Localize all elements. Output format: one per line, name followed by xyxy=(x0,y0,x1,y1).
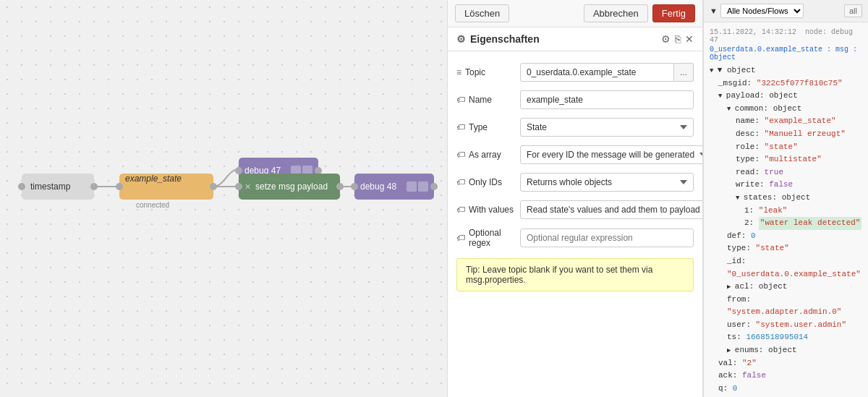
debug-panel: ▼ Alle Nodes/Flows all 15.11.2022, 14:32… xyxy=(703,0,868,397)
tree-desc: desc: "Manuell erzeugt" xyxy=(710,128,862,141)
as-array-label: 🏷 As array xyxy=(456,150,514,160)
node-debug48-input xyxy=(351,183,358,190)
tree-role: role: "state" xyxy=(710,141,862,154)
with-values-label: 🏷 With values xyxy=(456,205,514,215)
panel-icon-close[interactable]: ✕ xyxy=(685,33,694,45)
node-setze-label: setze msg payload xyxy=(255,182,328,192)
tree-ack: ack: false xyxy=(710,370,862,383)
node-example-state-labels: example_state xyxy=(125,174,182,200)
node-example-state-input xyxy=(116,183,123,190)
debug48-btn1[interactable] xyxy=(407,182,417,192)
form-row-name: 🏷 Name xyxy=(448,86,702,114)
node-example-state-label: example_state xyxy=(125,174,182,184)
toolbar-left: Löschen xyxy=(455,4,509,22)
tree-enums[interactable]: enums: object xyxy=(710,344,862,357)
tree-ts: ts: 1668518995014 xyxy=(710,331,862,344)
node-debug48-output xyxy=(430,183,438,190)
panel-icon-settings[interactable]: ⚙ xyxy=(661,33,671,45)
tip-box: Tip: Leave topic blank if you want to se… xyxy=(456,258,694,291)
topic-ellipsis-button[interactable]: ... xyxy=(674,63,694,82)
as-array-icon: 🏷 xyxy=(456,150,465,160)
node-debug48[interactable]: debug 48 xyxy=(354,174,434,200)
tree-from: from: "system.adapter.admin.0" xyxy=(710,294,862,319)
node-connected-label: connected xyxy=(136,201,169,209)
debug48-buttons xyxy=(405,182,428,192)
node-timestamp-input xyxy=(18,183,25,190)
tree-common[interactable]: common: object xyxy=(710,103,862,116)
debug-entry-47: 15.11.2022, 14:32:12 node: debug 47 0_us… xyxy=(704,25,868,397)
panel-title: Eigenschaften xyxy=(470,33,540,45)
debug48-btn2[interactable] xyxy=(418,182,428,192)
tree-def: def: 0 xyxy=(710,230,862,243)
form-row-only-ids: 🏷 Only IDs Returns whole objects Returns… xyxy=(448,168,702,196)
debug-filter: ▼ Alle Nodes/Flows xyxy=(710,4,804,18)
only-ids-icon: 🏷 xyxy=(456,177,465,187)
form-row-with-values: 🏷 With values Read state's values and ad… xyxy=(448,196,702,223)
debug-47-path: 0_userdata.0.example_state : msg : Objec… xyxy=(710,46,862,61)
with-values-select[interactable]: Read state's values and add them to payl… xyxy=(520,200,702,219)
node-canvas: timestamp example_state connected debug … xyxy=(0,0,447,397)
tree-q: q: 0 xyxy=(710,383,862,396)
topic-label: ≡ Topic xyxy=(456,67,514,77)
tree-state1: 1: "leak" xyxy=(710,205,862,218)
panel-body: ≡ Topic ... 🏷 Name 🏷 Type State xyxy=(448,51,702,397)
node-timestamp-output xyxy=(90,183,98,190)
debug-47-timestamp: 15.11.2022, 14:32:12 node: debug 47 xyxy=(710,28,862,44)
topic-icon: ≡ xyxy=(456,67,461,77)
panel-icon-copy[interactable]: ⎘ xyxy=(675,33,681,45)
optional-regex-label: 🏷 Optional regex xyxy=(456,228,514,248)
node-timestamp-label: timestamp xyxy=(30,182,70,192)
tree-acl[interactable]: acl: object xyxy=(710,281,862,294)
setze-icon: ✕ xyxy=(244,182,251,192)
form-row-optional-regex: 🏷 Optional regex xyxy=(448,223,702,252)
only-ids-select[interactable]: Returns whole objects Returns only IDs xyxy=(520,173,694,192)
tree-type: type: "multistate" xyxy=(710,153,862,166)
tree-name: name: "example_state" xyxy=(710,115,862,128)
node-setze-input xyxy=(235,183,242,190)
debug-filter-select[interactable]: Alle Nodes/Flows xyxy=(720,4,804,18)
tree-id: _id: "0_userdata.0.example_state" xyxy=(710,255,862,281)
debug-toolbar: ▼ Alle Nodes/Flows all xyxy=(704,0,868,22)
with-values-icon: 🏷 xyxy=(456,205,465,215)
topic-field-container: ... xyxy=(520,63,694,82)
node-example-state[interactable]: example_state xyxy=(119,174,213,200)
name-icon: 🏷 xyxy=(456,95,465,105)
tree-states[interactable]: states: object xyxy=(710,192,862,205)
panel-header-icons: ⚙ ⎘ ✕ xyxy=(661,33,694,45)
node-example-state-output xyxy=(210,183,217,190)
tree-user: user: "system.user.admin" xyxy=(710,319,862,332)
node-timestamp[interactable]: timestamp xyxy=(22,174,94,200)
form-row-as-array: 🏷 As array For every ID the message will… xyxy=(448,141,702,168)
fertig-button[interactable]: Fertig xyxy=(652,4,695,22)
panel-header: ⚙ Eigenschaften ⚙ ⎘ ✕ xyxy=(448,27,702,51)
form-row-type: 🏷 Type State Object Array xyxy=(448,114,702,141)
type-icon: 🏷 xyxy=(456,122,465,132)
node-setze-output xyxy=(336,183,344,190)
name-label: 🏷 Name xyxy=(456,95,514,105)
type-select[interactable]: State Object Array xyxy=(520,118,694,137)
tree-state2: 2: "water leak detected" xyxy=(710,217,862,230)
tree-payload[interactable]: payload: object xyxy=(710,90,862,103)
as-array-select[interactable]: For every ID the message will be generat… xyxy=(520,145,702,164)
tree-type2: type: "state" xyxy=(710,242,862,255)
optional-regex-input[interactable] xyxy=(520,229,694,247)
type-label: 🏷 Type xyxy=(456,122,514,132)
loeschen-button[interactable]: Löschen xyxy=(455,4,509,22)
only-ids-label: 🏷 Only IDs xyxy=(456,177,514,187)
debug-body: 15.11.2022, 14:32:12 node: debug 47 0_us… xyxy=(704,22,868,397)
filter-icon: ▼ xyxy=(710,7,718,15)
properties-panel: Löschen Abbrechen Fertig ⚙ Eigenschaften… xyxy=(447,0,703,397)
debug-47-tree: ▼ object _msgid: "322c5f077f810c75" payl… xyxy=(710,64,862,397)
tree-object[interactable]: ▼ object xyxy=(710,64,862,77)
abbrechen-button[interactable]: Abbrechen xyxy=(584,4,648,22)
panel-toolbar: Löschen Abbrechen Fertig xyxy=(448,0,702,27)
debug-clear-button[interactable]: all xyxy=(844,4,862,17)
tree-msgid: _msgid: "322c5f077f810c75" xyxy=(710,77,862,90)
topic-input[interactable] xyxy=(520,63,674,82)
name-input[interactable] xyxy=(520,90,694,109)
tree-write: write: false xyxy=(710,179,862,192)
optional-regex-icon: 🏷 xyxy=(456,233,465,243)
tip-text: Tip: Leave topic blank if you want to se… xyxy=(466,265,652,285)
node-setze-msg[interactable]: ✕ setze msg payload xyxy=(239,174,340,200)
form-row-topic: ≡ Topic ... xyxy=(448,59,702,86)
